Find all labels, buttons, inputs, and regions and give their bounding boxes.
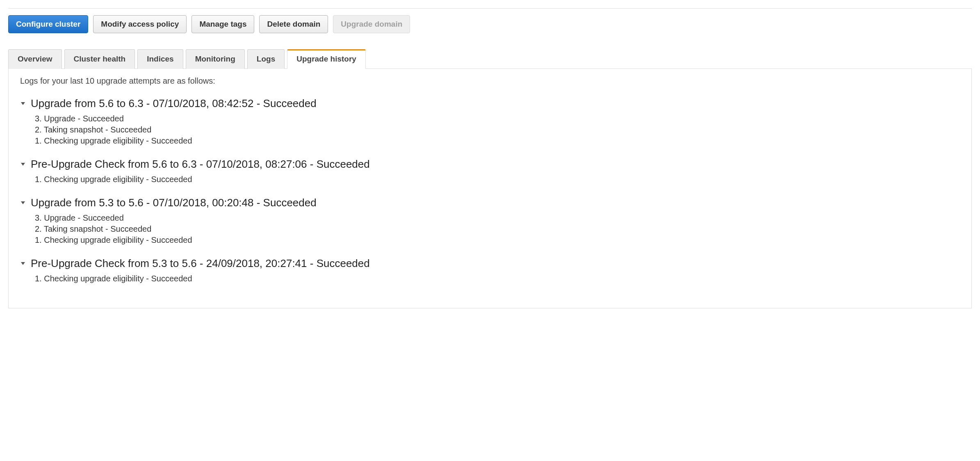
upgrade-attempt-header[interactable]: Pre-Upgrade Check from 5.6 to 6.3 - 07/1… bbox=[20, 158, 960, 171]
upgrade-attempt: Upgrade from 5.3 to 5.6 - 07/10/2018, 00… bbox=[20, 196, 960, 245]
upgrade-attempt: Pre-Upgrade Check from 5.6 to 6.3 - 07/1… bbox=[20, 158, 960, 184]
upgrade-attempt-header[interactable]: Upgrade from 5.3 to 5.6 - 07/10/2018, 00… bbox=[20, 196, 960, 209]
upgrade-step: 1. Checking upgrade eligibility - Succee… bbox=[35, 274, 960, 283]
upgrade-step: 3. Upgrade - Succeeded bbox=[35, 114, 960, 123]
upgrade-attempt-steps: 3. Upgrade - Succeeded2. Taking snapshot… bbox=[35, 114, 960, 146]
tab-upgrade-history[interactable]: Upgrade history bbox=[287, 49, 366, 69]
delete-domain-button[interactable]: Delete domain bbox=[259, 15, 328, 33]
upgrade-step: 2. Taking snapshot - Succeeded bbox=[35, 224, 960, 234]
tab-monitoring[interactable]: Monitoring bbox=[186, 49, 245, 69]
upgrade-attempt-header[interactable]: Upgrade from 5.6 to 6.3 - 07/10/2018, 08… bbox=[20, 97, 960, 110]
caret-down-icon bbox=[21, 201, 25, 204]
upgrade-attempt-header[interactable]: Pre-Upgrade Check from 5.3 to 5.6 - 24/0… bbox=[20, 257, 960, 270]
manage-tags-button[interactable]: Manage tags bbox=[191, 15, 254, 33]
upgrade-attempt-title: Upgrade from 5.6 to 6.3 - 07/10/2018, 08… bbox=[31, 97, 317, 110]
caret-down-icon bbox=[21, 102, 25, 105]
upgrade-step: 1. Checking upgrade eligibility - Succee… bbox=[35, 175, 960, 184]
upgrade-attempt-title: Upgrade from 5.3 to 5.6 - 07/10/2018, 00… bbox=[31, 196, 317, 209]
upgrade-attempts-list: Upgrade from 5.6 to 6.3 - 07/10/2018, 08… bbox=[20, 97, 960, 283]
upgrade-step: 1. Checking upgrade eligibility - Succee… bbox=[35, 235, 960, 245]
upgrade-step: 1. Checking upgrade eligibility - Succee… bbox=[35, 136, 960, 146]
upgrade-history-panel: Logs for your last 10 upgrade attempts a… bbox=[8, 69, 972, 308]
tab-indices[interactable]: Indices bbox=[137, 49, 183, 69]
upgrade-step: 2. Taking snapshot - Succeeded bbox=[35, 125, 960, 135]
upgrade-attempt-title: Pre-Upgrade Check from 5.6 to 6.3 - 07/1… bbox=[31, 158, 370, 171]
upgrade-attempt-steps: 1. Checking upgrade eligibility - Succee… bbox=[35, 175, 960, 184]
intro-text: Logs for your last 10 upgrade attempts a… bbox=[20, 76, 960, 86]
tab-logs[interactable]: Logs bbox=[247, 49, 285, 69]
upgrade-step: 3. Upgrade - Succeeded bbox=[35, 213, 960, 223]
upgrade-attempt: Upgrade from 5.6 to 6.3 - 07/10/2018, 08… bbox=[20, 97, 960, 146]
upgrade-attempt-title: Pre-Upgrade Check from 5.3 to 5.6 - 24/0… bbox=[31, 257, 370, 270]
upgrade-attempt: Pre-Upgrade Check from 5.3 to 5.6 - 24/0… bbox=[20, 257, 960, 283]
tab-overview[interactable]: Overview bbox=[8, 49, 62, 69]
action-button-row: Configure cluster Modify access policy M… bbox=[8, 15, 972, 33]
caret-down-icon bbox=[21, 262, 25, 265]
upgrade-attempt-steps: 3. Upgrade - Succeeded2. Taking snapshot… bbox=[35, 213, 960, 245]
tab-bar: Overview Cluster health Indices Monitori… bbox=[8, 49, 972, 69]
tab-cluster-health[interactable]: Cluster health bbox=[64, 49, 135, 69]
configure-cluster-button[interactable]: Configure cluster bbox=[8, 15, 88, 33]
modify-access-policy-button[interactable]: Modify access policy bbox=[93, 15, 187, 33]
upgrade-domain-button: Upgrade domain bbox=[333, 15, 410, 33]
caret-down-icon bbox=[21, 163, 25, 166]
upgrade-attempt-steps: 1. Checking upgrade eligibility - Succee… bbox=[35, 274, 960, 283]
